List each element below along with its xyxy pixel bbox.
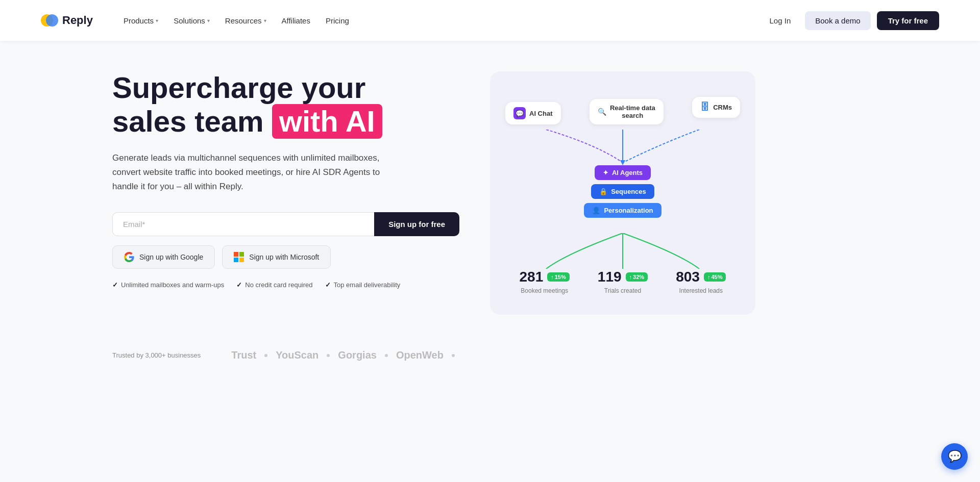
diagram-stats: 281 ↑ 15% Booked meetings 119 ↑ 32% Tria… — [505, 269, 740, 294]
logo-icon — [41, 12, 58, 29]
nav-pricing[interactable]: Pricing — [320, 12, 355, 29]
signup-free-button[interactable]: Sign up for free — [374, 212, 459, 236]
database-icon: 🗄 — [700, 102, 709, 113]
hero-left: Supercharge your sales team with AI Gene… — [112, 71, 459, 289]
brand-youscan: YouScan — [276, 349, 318, 361]
feature-mailboxes: ✓ Unlimited mailboxes and warm-ups — [112, 281, 224, 289]
logo-separator — [327, 354, 330, 357]
svg-marker-6 — [620, 160, 625, 165]
diagram-top-nodes: 💬 AI Chat 🔍 Real-time data search 🗄 CRMs — [505, 92, 740, 124]
logo-separator — [385, 354, 388, 357]
badge-personalization: 👤 Personalization — [584, 203, 661, 218]
stat-badge-2: ↑ 45% — [704, 272, 726, 282]
connector-svg-top — [505, 130, 740, 165]
microsoft-icon — [234, 252, 244, 262]
sparkle-icon: ✦ — [603, 169, 608, 176]
nav-products[interactable]: Products ▾ — [117, 12, 164, 29]
brand-gorgias: Gorgias — [338, 349, 377, 361]
hero-description: Generate leads via multichannel sequence… — [112, 151, 398, 194]
nav-actions: Log In Book a demo Try for free — [762, 11, 939, 30]
try-free-button[interactable]: Try for free — [877, 11, 939, 30]
features-list: ✓ Unlimited mailboxes and warm-ups ✓ No … — [112, 281, 459, 289]
person-icon: 👤 — [592, 207, 600, 214]
check-icon: ✓ — [325, 281, 331, 289]
feature-no-credit: ✓ No credit card required — [236, 281, 312, 289]
email-input[interactable] — [112, 212, 374, 236]
check-icon: ✓ — [236, 281, 242, 289]
svg-rect-3 — [239, 252, 244, 257]
nav-affiliates[interactable]: Affiliates — [276, 12, 316, 29]
nav-resources[interactable]: Resources ▾ — [219, 12, 273, 29]
stat-badge-0: ↑ 15% — [547, 272, 570, 282]
nav-links: Products ▾ Solutions ▾ Resources ▾ Affil… — [117, 12, 762, 29]
sequences-icon: 🔒 — [599, 188, 607, 195]
stat-interested-leads: 803 ↑ 45% Interested leads — [676, 269, 726, 294]
hero-diagram: 💬 AI Chat 🔍 Real-time data search 🗄 CRMs — [490, 71, 755, 315]
navbar: Reply Products ▾ Solutions ▾ Resources ▾… — [0, 0, 980, 41]
hero-highlight: with AI — [272, 104, 382, 139]
login-button[interactable]: Log In — [762, 12, 799, 29]
logos-bar: Trusted by 3,000+ businesses Trust YouSc… — [0, 335, 980, 375]
logo[interactable]: Reply — [41, 12, 93, 29]
logo-separator — [264, 354, 267, 357]
chevron-icon: ▾ — [207, 18, 210, 23]
google-signup-button[interactable]: Sign up with Google — [112, 245, 215, 269]
stat-trials-created: 119 ↑ 32% Trials created — [598, 269, 648, 294]
stat-badge-1: ↑ 32% — [626, 272, 648, 282]
nav-solutions[interactable]: Solutions ▾ — [167, 12, 216, 29]
book-demo-button[interactable]: Book a demo — [805, 11, 870, 30]
check-icon: ✓ — [112, 281, 118, 289]
stat-booked-meetings: 281 ↑ 15% Booked meetings — [520, 269, 570, 294]
brand-openweb: OpenWeb — [396, 349, 444, 361]
chevron-icon: ▾ — [264, 18, 266, 23]
chevron-icon: ▾ — [156, 18, 158, 23]
chat-icon: 💬 — [948, 450, 962, 463]
logo-separator — [452, 354, 455, 357]
node-realtime-search: 🔍 Real-time data search — [590, 99, 664, 124]
signup-form: Sign up for free — [112, 212, 459, 236]
brand-trust: Trust — [231, 349, 256, 361]
microsoft-signup-button[interactable]: Sign up with Microsoft — [222, 245, 331, 269]
badge-sequences: 🔒 Sequences — [591, 184, 654, 199]
search-icon: 🔍 — [598, 108, 606, 116]
svg-rect-4 — [234, 258, 238, 262]
ai-chat-icon: 💬 — [513, 107, 526, 119]
brand-logos: Trust YouScan Gorgias OpenWeb — [231, 349, 455, 361]
logo-text: Reply — [62, 14, 93, 27]
svg-point-1 — [46, 14, 58, 27]
chat-button[interactable]: 💬 — [941, 443, 968, 470]
diagram-middle-badges: ✦ AI Agents 🔒 Sequences 👤 Personalizatio… — [584, 165, 661, 218]
trusted-text: Trusted by 3,000+ businesses — [112, 351, 201, 359]
hero-title: Supercharge your sales team with AI — [112, 71, 459, 139]
svg-rect-2 — [234, 252, 238, 257]
node-ai-chat: 💬 AI Chat — [505, 102, 561, 124]
connector-svg-bottom — [505, 233, 740, 269]
google-icon — [124, 252, 134, 262]
node-crms: 🗄 CRMs — [692, 97, 740, 118]
main-content: Supercharge your sales team with AI Gene… — [0, 41, 980, 335]
badge-ai-agents: ✦ AI Agents — [595, 165, 651, 180]
svg-rect-5 — [239, 258, 244, 262]
social-buttons: Sign up with Google Sign up with Microso… — [112, 245, 459, 269]
feature-deliverability: ✓ Top email deliverability — [325, 281, 401, 289]
